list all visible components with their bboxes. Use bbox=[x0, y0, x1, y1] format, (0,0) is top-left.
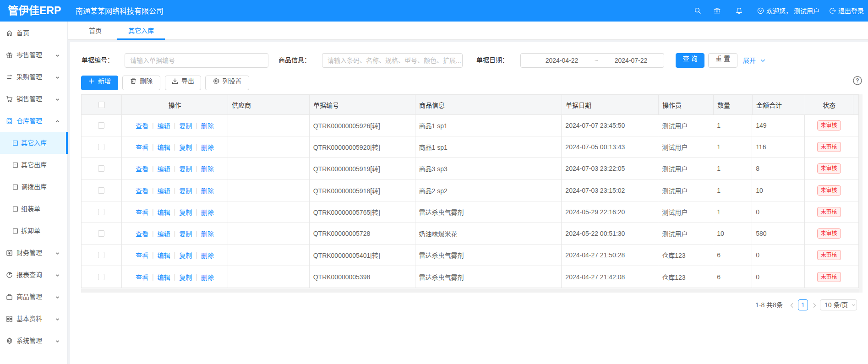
svg-text:?: ? bbox=[856, 77, 859, 84]
